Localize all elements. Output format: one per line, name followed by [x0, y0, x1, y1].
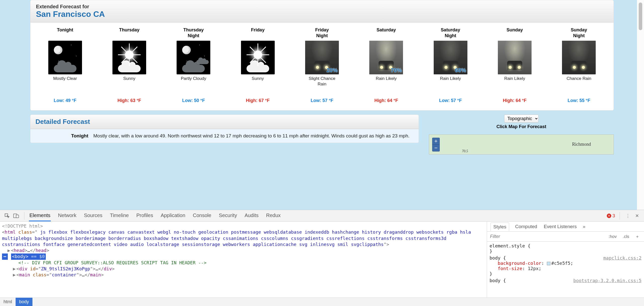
- forecast-day[interactable]: TonightMostly ClearLow: 49 °F: [33, 27, 97, 103]
- devtools-tab-security[interactable]: Security: [218, 210, 237, 221]
- dom-survey-div[interactable]: ▶<div id="ZN_9tslIS2mj3KoPgp">…</div>: [2, 266, 487, 272]
- devtools-tab-timeline[interactable]: Timeline: [109, 210, 129, 221]
- extended-forecast-panel: Extended Forecast for San Francisco CA T…: [30, 0, 614, 111]
- styles-tabs-overflow-icon[interactable]: »: [583, 224, 585, 229]
- devtools-tab-sources[interactable]: Sources: [84, 210, 103, 221]
- forecast-day[interactable]: ThursdaySunnyHigh: 63 °F: [97, 27, 161, 103]
- forecast-day-label: Saturday: [376, 27, 397, 39]
- devtools-tab-application[interactable]: Application: [160, 210, 186, 221]
- dom-body-selected[interactable]: ⋯ ▼<body> == $0: [2, 253, 487, 260]
- detail-row: Tonight Mostly clear, with a low around …: [35, 133, 414, 139]
- forecast-temp: High: 64 °F: [503, 98, 527, 103]
- map-sidebar: Topographic Click Map For Forecast + − R…: [429, 115, 614, 155]
- devtools-tab-audits[interactable]: Audits: [244, 210, 259, 221]
- map-contour-label: 70.5: [462, 149, 468, 153]
- styles-rules[interactable]: element.style { } mapclick.css:2body { b…: [487, 242, 644, 297]
- forecast-temp: High: 67 °F: [246, 98, 270, 103]
- dom-breadcrumb[interactable]: htmlbody: [0, 297, 644, 306]
- dom-html-open: <html class=" js flexbox flexboxlegacy c…: [2, 229, 487, 247]
- forecast-condition: Rain Likely: [376, 76, 397, 88]
- forecast-day-label: Sunday Night: [570, 27, 588, 39]
- precip-percent: 70%: [391, 67, 402, 74]
- dom-head[interactable]: ▶<head>…</head>: [2, 247, 487, 253]
- forecast-icon: 20%: [305, 41, 339, 74]
- extended-forecast-header: Extended Forecast for San Francisco CA: [30, 0, 614, 23]
- error-count-badge[interactable]: ✕ 3: [607, 213, 615, 219]
- dom-tree[interactable]: <!DOCTYPE html> <html class=" js flexbox…: [0, 222, 487, 297]
- devtools-toolbar: ElementsNetworkSourcesTimelineProfilesAp…: [0, 210, 644, 222]
- color-swatch-icon[interactable]: [547, 262, 550, 265]
- devtools-close-icon[interactable]: ✕: [633, 212, 640, 219]
- forecast-city: San Francisco CA: [36, 10, 608, 19]
- forecast-temp: High: 63 °F: [117, 98, 141, 103]
- rule-source-link[interactable]: mapclick.css:2: [603, 255, 641, 261]
- hov-toggle[interactable]: :hov: [607, 234, 618, 240]
- styles-tab-styles[interactable]: Styles: [491, 223, 509, 231]
- forecast-day[interactable]: Saturday70%Rain LikelyHigh: 64 °F: [354, 27, 418, 103]
- styles-tabs: StylesComputedEvent Listeners»: [487, 222, 644, 232]
- devtools-tab-network[interactable]: Network: [57, 210, 77, 221]
- dom-comment: <!-- DIV FOR CFI GROUP SURVEY::ALSO REQU…: [2, 260, 487, 266]
- styles-filter-bar: :hov .cls ＋: [487, 232, 644, 242]
- devtools-tab-elements[interactable]: Elements: [29, 210, 51, 221]
- map-layer-select[interactable]: Topographic: [504, 115, 539, 123]
- breadcrumb-body[interactable]: body: [16, 298, 32, 306]
- forecast-condition: Partly Cloudy: [181, 76, 206, 88]
- styles-tab-event-listeners[interactable]: Event Listeners: [543, 224, 577, 229]
- forecast-condition: Sunny: [123, 76, 135, 88]
- forecast-icon: [562, 41, 596, 74]
- detailed-forecast-panel: Detailed Forecast Tonight Mostly clear, …: [30, 115, 419, 143]
- forecast-temp: Low: 57 °F: [439, 98, 462, 103]
- zoom-out-icon[interactable]: −: [432, 145, 439, 151]
- forecast-day[interactable]: SundayRain LikelyHigh: 64 °F: [482, 27, 547, 103]
- forecast-condition: Rain Likely: [504, 76, 525, 88]
- forecast-condition: Sunny: [252, 76, 264, 88]
- breadcrumb-html[interactable]: html: [0, 298, 16, 306]
- detail-period-text: Mostly clear, with a low around 49. Nort…: [93, 133, 414, 139]
- forecast-day[interactable]: FridaySunnyHigh: 67 °F: [226, 27, 290, 103]
- forecast-day[interactable]: Saturday Night60%Rain LikelyLow: 57 °F: [418, 27, 482, 103]
- forecast-icon: 70%: [369, 41, 403, 74]
- forecast-day-label: Sunday: [505, 27, 524, 39]
- forecast-condition: Rain Likely: [440, 76, 461, 88]
- devtools-tab-redux[interactable]: Redux: [266, 210, 281, 221]
- styles-filter-input[interactable]: [490, 234, 604, 239]
- forecast-condition: Mostly Clear: [53, 76, 77, 88]
- forecast-day[interactable]: Thursday NightPartly CloudyLow: 50 °F: [162, 27, 226, 103]
- page-scrollbar[interactable]: [637, 0, 644, 210]
- forecast-day-label: Thursday: [118, 27, 140, 39]
- forecast-row: TonightMostly ClearLow: 49 °FThursdaySun…: [30, 23, 614, 110]
- forecast-day-label: Friday Night: [314, 27, 330, 39]
- forecast-icon: [498, 41, 532, 74]
- styles-tab-computed[interactable]: Computed: [515, 224, 538, 229]
- svg-rect-2: [16, 215, 19, 218]
- forecast-map[interactable]: + − Richmond 70.5: [429, 134, 614, 155]
- device-toolbar-icon[interactable]: [13, 212, 20, 219]
- styles-pane: StylesComputedEvent Listeners» :hov .cls…: [487, 222, 644, 297]
- detailed-forecast-title: Detailed Forecast: [35, 118, 414, 126]
- inspect-element-icon[interactable]: [4, 212, 11, 219]
- devtools-tab-console[interactable]: Console: [192, 210, 212, 221]
- zoom-in-icon[interactable]: +: [432, 138, 439, 145]
- forecast-icon: [48, 41, 82, 74]
- forecast-day[interactable]: Friday Night20%Slight Chance RainLow: 57…: [290, 27, 354, 103]
- forecast-temp: Low: 49 °F: [54, 98, 76, 103]
- precip-percent: 20%: [327, 67, 338, 74]
- forecast-condition: Slight Chance Rain: [309, 76, 335, 88]
- devtools-tab-profiles[interactable]: Profiles: [136, 210, 154, 221]
- devtools-more-icon[interactable]: ⋮: [624, 212, 631, 219]
- rule-source-link[interactable]: bootstrap-3.2.0.min.css:5: [573, 278, 641, 283]
- dom-main[interactable]: ▶<main class="container">…</main>: [2, 272, 487, 278]
- add-rule-icon[interactable]: ＋: [634, 233, 641, 240]
- forecast-subtitle: Extended Forecast for: [36, 4, 608, 10]
- forecast-icon: [177, 41, 210, 74]
- error-icon: ✕: [607, 214, 611, 218]
- detail-period-label: Tonight: [35, 133, 88, 139]
- forecast-day[interactable]: Sunday NightChance RainLow: 55 °F: [547, 27, 611, 103]
- devtools-tabs: ElementsNetworkSourcesTimelineProfilesAp…: [29, 210, 281, 221]
- cls-toggle[interactable]: .cls: [621, 234, 631, 240]
- map-zoom-controls[interactable]: + −: [432, 138, 440, 151]
- precip-percent: 60%: [455, 67, 466, 74]
- map-city-label: Richmond: [572, 142, 591, 147]
- detailed-forecast-header: Detailed Forecast: [30, 115, 419, 129]
